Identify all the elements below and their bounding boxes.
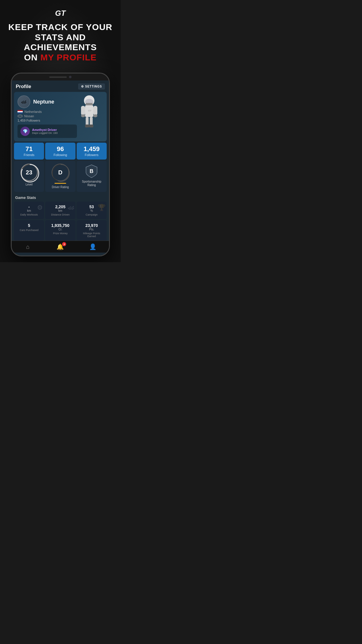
svg-rect-12 [85, 125, 89, 127]
following-value: 96 [48, 146, 73, 153]
svg-rect-6 [81, 106, 85, 115]
svg-rect-4 [86, 103, 93, 105]
svg-text:B: B [90, 168, 94, 174]
friends-label: Friends [16, 153, 42, 157]
gear-icon: ⚙ [81, 85, 84, 88]
driver-class-label: Amethyst Driver [32, 128, 58, 132]
mileage-points-label: Mileage Points Earned [79, 232, 104, 238]
followers-text: 1,459 Followers [17, 119, 77, 122]
nav-profile[interactable]: 👤 [77, 243, 109, 250]
sportsmanship-icon: B [84, 164, 99, 178]
distance-driven-unit: km [58, 209, 62, 212]
svg-point-1 [18, 115, 22, 117]
driver-rating-card[interactable]: D Driver Rating [45, 161, 75, 192]
notification-badge: 3 [62, 242, 66, 246]
friends-value: 71 [16, 146, 42, 153]
svg-text:GT: GT [88, 109, 92, 112]
distance-driven-value: 2,205 [55, 204, 65, 209]
driver-badge: 💎 Amethyst Driver Days Logged On: 193 [17, 125, 77, 138]
days-logged-label: Days Logged On: 193 [32, 132, 58, 134]
cars-purchased-card[interactable]: 5 Cars Purchased [14, 220, 44, 241]
avatar: 🏎 [17, 95, 30, 108]
svg-point-9 [93, 114, 97, 117]
daily-workouts-label: Daily Workouts [16, 213, 42, 216]
username: Neptune [33, 99, 54, 105]
daily-workouts-unit: km [27, 209, 31, 212]
svg-rect-13 [89, 125, 93, 127]
driver-rating-label: Driver Rating [52, 186, 69, 189]
campaign-label: Campaign [79, 213, 104, 216]
campaign-unit: % [90, 209, 93, 212]
followers-value: 1,459 [79, 146, 104, 153]
mileage-points-card[interactable]: 23,970 Pts. Mileage Points Earned [77, 220, 107, 241]
bottom-navigation: ⌂ 🔔 3 👤 [12, 241, 109, 253]
followers-label: Followers [79, 153, 104, 157]
level-label: Level [26, 183, 33, 186]
followers-stat[interactable]: 1,459 Followers [77, 143, 107, 160]
prize-money-label: Prize Money [48, 232, 73, 235]
gt-logo-icon: GT [52, 9, 69, 18]
home-icon: ⌂ [26, 244, 30, 250]
daily-workouts-card[interactable]: ⚙ - km Daily Workouts [14, 202, 44, 219]
cars-purchased-label: Cars Purchased [16, 229, 42, 232]
user-banner: 🏎 Neptune Netherlands [14, 92, 107, 141]
driver-rating-circle: D [52, 164, 69, 181]
person-icon: 👤 [89, 243, 96, 250]
mileage-points-value: 23,970 [79, 223, 104, 228]
cars-purchased-value: 5 [16, 223, 42, 228]
mileage-points-unit: Pts. [79, 228, 104, 231]
friends-stat[interactable]: 71 Friends [14, 143, 44, 160]
phone-mockup: Profile ⚙ SETTINGS 🏎 Neptune [11, 73, 110, 256]
game-stats-title: Game Stats [14, 193, 107, 202]
distance-driven-card[interactable]: 🏎 2,205 km Distance Driven [45, 202, 75, 219]
level-card[interactable]: 23 Level [14, 161, 44, 192]
sportsmanship-card[interactable]: B Sportsmanship Rating [77, 161, 107, 192]
campaign-card[interactable]: 🏆 53 % Campaign [77, 202, 107, 219]
nav-notifications[interactable]: 🔔 3 [44, 243, 76, 250]
svg-rect-7 [93, 106, 97, 115]
driver-rating-bar [55, 183, 66, 184]
nav-home[interactable]: ⌂ [12, 244, 44, 250]
campaign-value: 53 [89, 204, 94, 209]
game-stats-section: Game Stats ⚙ - km Daily Workouts [14, 193, 107, 241]
following-label: Following [48, 153, 73, 157]
svg-text:GT: GT [55, 9, 66, 18]
car-brand-icon [17, 115, 23, 118]
country-flag [17, 110, 23, 113]
quick-stats-row: 71 Friends 96 Following 1,459 Followers [14, 143, 107, 160]
rating-row: 23 Level D [14, 161, 107, 192]
driver-image: GT [77, 95, 103, 130]
sportsmanship-label: Sportsmanship Rating [78, 180, 105, 187]
level-circle: 23 [20, 164, 38, 181]
settings-button[interactable]: ⚙ SETTINGS [78, 83, 105, 90]
svg-point-8 [81, 114, 85, 117]
amethyst-icon: 💎 [20, 127, 30, 136]
country-label: Netherlands [24, 110, 42, 113]
svg-rect-11 [90, 117, 93, 126]
svg-rect-10 [86, 117, 89, 126]
promo-text: KEEP TRACK OF YOUR STATS AND ACHIEVEMENT… [6, 22, 115, 62]
prize-money-value: 1,935,750 [48, 223, 73, 228]
prize-money-card[interactable]: 1,935,750 Cr. Prize Money [45, 220, 75, 241]
car-brand-label: Nissan [24, 114, 34, 118]
prize-money-unit: Cr. [48, 228, 73, 231]
distance-driven-label: Distance Driven [48, 213, 73, 216]
page-title: Profile [16, 84, 31, 90]
following-stat[interactable]: 96 Following [45, 143, 75, 160]
daily-workouts-value: - [28, 204, 30, 209]
